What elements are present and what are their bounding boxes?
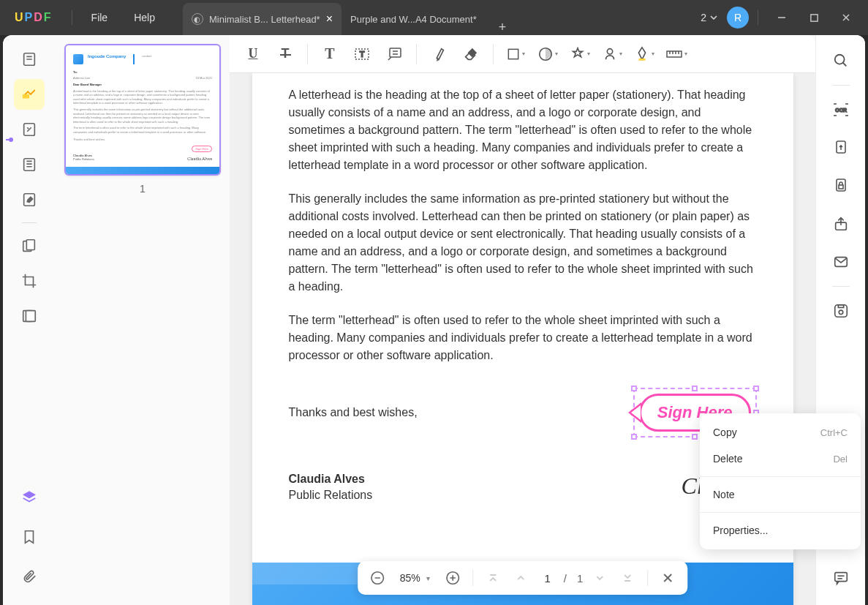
- thumbnails-panel: Ingoude Company contact To: Address Line…: [56, 35, 230, 605]
- menu-help[interactable]: Help: [121, 12, 168, 23]
- maximize-button[interactable]: [799, 3, 829, 32]
- svg-text:T: T: [360, 50, 365, 59]
- svg-rect-17: [26, 311, 35, 322]
- company-name: Ingoude Company: [88, 54, 126, 59]
- textbox-tool[interactable]: T: [347, 40, 377, 69]
- ocr-button[interactable]: OCR: [827, 96, 855, 124]
- protect-button[interactable]: [827, 172, 855, 200]
- separator: [700, 476, 861, 477]
- sidebar-bottom: [14, 482, 45, 605]
- last-page-button[interactable]: [616, 567, 638, 589]
- context-menu: Copy Ctrl+C Delete Del Note Properties..…: [700, 413, 861, 549]
- page-thumbnail[interactable]: Ingoude Company contact To: Address Line…: [64, 44, 221, 176]
- comment-panel-button[interactable]: [827, 564, 855, 592]
- tab-title: Purple and W...A4 Document*: [350, 14, 477, 25]
- eraser-tool[interactable]: [456, 40, 486, 69]
- strikethrough-tool[interactable]: T: [271, 40, 300, 69]
- svg-rect-28: [667, 51, 682, 57]
- doc-icon: ◐: [192, 13, 203, 25]
- svg-rect-51: [834, 573, 847, 582]
- page-number: 1: [64, 183, 221, 195]
- share-button[interactable]: [827, 210, 855, 238]
- author-role: Public Relations: [289, 489, 373, 502]
- attachment-tool[interactable]: [14, 561, 45, 592]
- sign-stamp-thumb: Sign Here: [192, 146, 212, 152]
- prev-page-button[interactable]: [510, 567, 532, 589]
- separator: [758, 10, 758, 25]
- close-pager-button[interactable]: [657, 567, 679, 589]
- compare-tool[interactable]: [14, 301, 45, 331]
- text-tool[interactable]: T: [315, 40, 344, 69]
- svg-point-40: [834, 55, 844, 64]
- menu-properties[interactable]: Properties...: [700, 517, 861, 544]
- bookmark-tool[interactable]: [14, 522, 45, 552]
- closing-text: Thanks and best wishes,: [289, 406, 418, 419]
- shape-tool[interactable]: ▾: [501, 40, 530, 69]
- svg-rect-48: [834, 305, 847, 317]
- crop-tool[interactable]: [14, 266, 45, 296]
- menu-file[interactable]: File: [78, 12, 121, 23]
- search-button[interactable]: [827, 47, 855, 75]
- thumb-text: To: Address Line10 Mar 2022 Dear Board M…: [73, 70, 212, 141]
- svg-line-41: [842, 63, 846, 67]
- svg-rect-50: [838, 305, 843, 308]
- author-name: Claudia Alves: [289, 473, 373, 486]
- zoom-in-button[interactable]: [442, 567, 464, 589]
- edit-tool[interactable]: [14, 114, 45, 145]
- svg-point-49: [839, 310, 843, 315]
- page-controls: 85%▾ / 1: [358, 561, 688, 595]
- pages-tool[interactable]: [14, 149, 45, 180]
- zoom-out-button[interactable]: [366, 567, 388, 589]
- sticker-tool[interactable]: ▾: [533, 40, 562, 69]
- zoom-value[interactable]: 85%▾: [394, 572, 436, 584]
- titlebar: UPDF File Help ◐ Minimalist B... Letterh…: [0, 0, 868, 35]
- svg-text:OCR: OCR: [835, 108, 847, 113]
- avatar[interactable]: R: [727, 7, 749, 29]
- menu-copy[interactable]: Copy Ctrl+C: [700, 419, 861, 446]
- page-total: 1: [573, 572, 583, 585]
- tab-inactive[interactable]: Purple and W...A4 Document*: [341, 3, 486, 35]
- window-count[interactable]: 2: [695, 12, 724, 23]
- new-tab-button[interactable]: +: [486, 20, 520, 35]
- save-button[interactable]: [827, 297, 855, 325]
- svg-rect-45: [839, 185, 843, 189]
- page-separator: /: [564, 572, 567, 585]
- organize-tool[interactable]: [14, 230, 45, 261]
- measure-tool[interactable]: ▾: [662, 40, 691, 69]
- form-tool[interactable]: [14, 184, 45, 215]
- logo-icon: [73, 54, 83, 64]
- layers-tool[interactable]: [14, 482, 45, 513]
- close-icon[interactable]: ×: [326, 12, 333, 26]
- close-button[interactable]: [831, 3, 861, 32]
- pencil-tool[interactable]: [424, 40, 453, 69]
- tabs-container: ◐ Minimalist B... Letterhead* × Purple a…: [183, 0, 519, 35]
- svg-rect-9: [24, 159, 35, 171]
- email-button[interactable]: [827, 248, 855, 276]
- indicator-dot: [9, 138, 13, 142]
- stamp-tool[interactable]: ▾: [565, 40, 595, 69]
- highlight-color-tool[interactable]: ▾: [630, 40, 659, 69]
- comment-tool[interactable]: [14, 79, 45, 110]
- next-page-button[interactable]: [589, 567, 611, 589]
- convert-button[interactable]: [827, 134, 855, 162]
- underline-tool[interactable]: U: [238, 40, 268, 69]
- thumb-footer: [66, 167, 219, 174]
- separator: [700, 512, 861, 513]
- tab-title: Minimalist B... Letterhead*: [209, 14, 320, 25]
- minimize-button[interactable]: [767, 3, 796, 32]
- reader-tool[interactable]: [14, 44, 45, 75]
- tab-active[interactable]: ◐ Minimalist B... Letterhead* ×: [183, 3, 341, 35]
- signature-tool[interactable]: ▾: [597, 40, 627, 69]
- arrow-icon: [628, 402, 641, 423]
- signature-thumb: Claudia Alves: [187, 157, 212, 161]
- titlebar-right: 2 R: [695, 3, 868, 32]
- menu-delete[interactable]: Delete Del: [700, 446, 861, 472]
- paragraph: The term "letterhead" is often used to r…: [289, 312, 757, 364]
- svg-rect-15: [26, 240, 34, 250]
- menu-note[interactable]: Note: [700, 481, 861, 508]
- page-input[interactable]: [537, 572, 558, 585]
- callout-tool[interactable]: [380, 40, 409, 69]
- first-page-button[interactable]: [482, 567, 504, 589]
- svg-rect-20: [390, 48, 401, 57]
- annotation-toolbar: U T T T ▾ ▾ ▾ ▾ ▾ ▾: [230, 35, 815, 73]
